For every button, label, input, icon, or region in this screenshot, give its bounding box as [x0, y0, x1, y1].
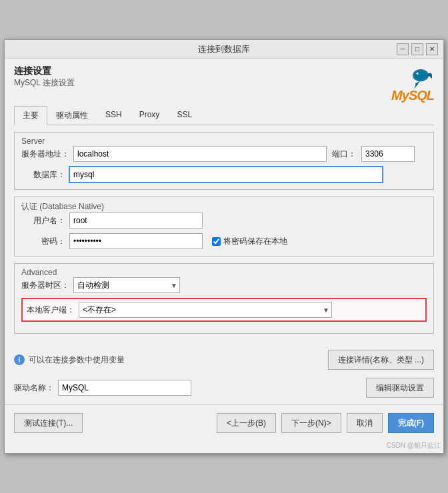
pass-row: 密码： 将密码保存在本地 — [21, 233, 427, 249]
db-row: 数据库： — [21, 167, 427, 183]
close-button[interactable]: ✕ — [426, 43, 438, 55]
driver-input[interactable] — [58, 380, 191, 396]
db-label: 数据库： — [21, 169, 69, 181]
timezone-label: 服务器时区： — [21, 280, 73, 291]
next-button[interactable]: 下一步(N)> — [281, 413, 341, 433]
info-text: 可以在连接参数中使用变量 — [29, 354, 125, 366]
header-left: 连接设置 MySQL 连接设置 — [14, 65, 75, 94]
watermark: CSDN @船只盐江 — [5, 441, 443, 453]
sub-title: MySQL 连接设置 — [14, 77, 75, 89]
db-input[interactable] — [69, 167, 383, 183]
advanced-group: Advanced 服务器时区： 自动检测 UTC Asia/Shanghai ▼… — [14, 263, 434, 334]
local-client-label: 本地客户端： — [27, 304, 79, 316]
footer-buttons: 测试连接(T)... <上一步(B) 下一步(N)> 取消 完成(F) — [5, 404, 443, 441]
tab-main[interactable]: 主要 — [14, 106, 47, 125]
mysql-logo-area: MySQL — [391, 65, 434, 103]
title-bar-controls: ─ □ ✕ — [295, 43, 438, 55]
test-connection-button[interactable]: 测试连接(T)... — [14, 413, 83, 433]
info-icon: i — [14, 354, 25, 365]
save-pass-checkbox[interactable] — [212, 237, 221, 246]
tab-proxy[interactable]: Proxy — [131, 106, 169, 125]
pass-input[interactable] — [69, 233, 203, 249]
auth-group: 认证 (Database Native) 用户名： 密码： 将密码保存在本地 — [14, 197, 434, 256]
prev-button[interactable]: <上一步(B) — [217, 413, 276, 433]
user-input[interactable] — [69, 213, 203, 229]
save-pass-label: 将密码保存在本地 — [223, 236, 287, 247]
info-left: i 可以在连接参数中使用变量 — [14, 354, 125, 366]
timezone-select[interactable]: 自动检测 UTC Asia/Shanghai — [73, 277, 180, 293]
tab-ssh[interactable]: SSH — [97, 106, 131, 125]
host-label: 服务器地址： — [21, 149, 73, 160]
minimize-button[interactable]: ─ — [397, 43, 409, 55]
title-bar: 连接到数据库 ─ □ ✕ — [5, 40, 443, 59]
timezone-row: 服务器时区： 自动检测 UTC Asia/Shanghai ▼ — [21, 277, 427, 293]
svg-point-1 — [415, 71, 427, 79]
save-pass-row: 将密码保存在本地 — [212, 236, 287, 247]
content-area: 连接设置 MySQL 连接设置 MySQL 主要 驱动属性 SSH Proxy — [5, 59, 443, 404]
footer-left: 测试连接(T)... — [14, 413, 83, 433]
maximize-button[interactable]: □ — [411, 43, 423, 55]
port-input[interactable] — [361, 146, 415, 162]
user-row: 用户名： — [21, 213, 427, 229]
port-label-text: 端口： — [332, 149, 356, 160]
host-input[interactable] — [73, 146, 327, 162]
server-group: Server 服务器地址： 端口： 数据库： — [14, 132, 434, 190]
connection-details-button[interactable]: 连接详情(名称、类型 ...) — [328, 350, 434, 370]
advanced-legend: Advanced — [19, 268, 427, 277]
tab-driver-props[interactable]: 驱动属性 — [47, 106, 97, 125]
finish-button[interactable]: 完成(F) — [388, 413, 434, 433]
host-row: 服务器地址： 端口： — [21, 146, 427, 162]
local-client-row: 本地客户端： <不存在> ▼ — [21, 298, 427, 322]
local-client-select-wrap: <不存在> ▼ — [79, 302, 332, 318]
local-client-select[interactable]: <不存在> — [79, 302, 332, 318]
window-title: 连接到数据库 — [153, 43, 295, 55]
auth-legend: 认证 (Database Native) — [19, 201, 427, 213]
pass-label: 密码： — [21, 236, 69, 247]
section-title: 连接设置 — [14, 65, 75, 77]
main-window: 连接到数据库 ─ □ ✕ 连接设置 MySQL 连接设置 — [4, 39, 444, 454]
footer-right: <上一步(B) 下一步(N)> 取消 完成(F) — [217, 413, 434, 433]
mysql-wordmark: MySQL — [391, 88, 434, 103]
cancel-button[interactable]: 取消 — [347, 413, 383, 433]
driver-left: 驱动名称： — [14, 380, 191, 396]
info-row: i 可以在连接参数中使用变量 连接详情(名称、类型 ...) — [14, 350, 434, 370]
driver-row: 驱动名称： 编辑驱动设置 — [14, 378, 434, 398]
tab-bar: 主要 驱动属性 SSH Proxy SSL — [14, 106, 434, 125]
svg-point-3 — [417, 73, 418, 74]
driver-label: 驱动名称： — [14, 382, 54, 394]
edit-driver-button[interactable]: 编辑驱动设置 — [366, 378, 434, 398]
tab-ssl[interactable]: SSL — [168, 106, 201, 125]
timezone-select-wrap: 自动检测 UTC Asia/Shanghai ▼ — [73, 277, 180, 293]
server-legend: Server — [19, 137, 427, 146]
user-label: 用户名： — [21, 215, 69, 227]
header-row: 连接设置 MySQL 连接设置 MySQL — [14, 65, 434, 103]
